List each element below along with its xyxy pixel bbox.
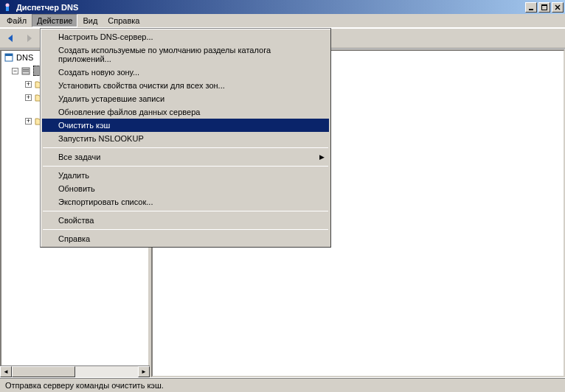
action-dropdown: Настроить DNS-сервер...Создать используе… [40, 28, 331, 248]
svg-rect-11 [23, 71, 29, 71]
menu-item-17[interactable]: Справка [42, 232, 329, 245]
status-text: Отправка серверу команды очистить кэш. [3, 381, 164, 390]
menubar: Файл Действие Вид Справка [0, 14, 565, 28]
menu-item-0[interactable]: Настроить DNS-сервер... [42, 30, 329, 43]
svg-rect-1 [6, 7, 9, 11]
close-button[interactable] [552, 2, 564, 13]
submenu-arrow-icon: ▶ [319, 153, 325, 161]
scroll-right-button[interactable]: ► [138, 366, 150, 377]
menu-item-label: Справка [58, 234, 90, 243]
back-button[interactable] [3, 30, 19, 46]
svg-rect-10 [23, 69, 29, 70]
menu-separator [43, 229, 328, 230]
maximize-button[interactable] [538, 2, 550, 13]
server-icon [20, 65, 32, 77]
statusbar: Отправка серверу команды очистить кэш. [0, 377, 565, 392]
titlebar: Диспетчер DNS [0, 0, 565, 14]
menu-separator [43, 147, 328, 148]
menu-item-7[interactable]: Запустить NSLOOKUP [42, 132, 329, 145]
window-title: Диспетчер DNS [16, 3, 524, 12]
scroll-track[interactable] [12, 366, 138, 377]
expander-plus-icon[interactable]: + [25, 94, 32, 101]
menu-item-9[interactable]: Все задачи▶ [42, 150, 329, 164]
svg-point-0 [6, 3, 10, 7]
app-icon [1, 1, 13, 13]
menu-item-13[interactable]: Экспортировать список... [42, 195, 329, 209]
menu-item-5[interactable]: Обновление файлов данных сервера [42, 105, 329, 119]
menu-view[interactable]: Вид [77, 14, 103, 27]
menu-item-12[interactable]: Обновить [42, 182, 329, 195]
menu-item-label: Удалить устаревшие записи [58, 94, 164, 103]
menu-item-label: Установить свойства очистки для всех зон… [58, 81, 225, 90]
svg-rect-8 [5, 54, 13, 56]
menu-item-label: Создать используемые по умолчанию раздел… [58, 46, 314, 63]
menu-item-label: Все задачи [58, 153, 100, 161]
minimize-button[interactable] [525, 2, 537, 13]
menu-separator [43, 211, 328, 211]
menu-action[interactable]: Действие [32, 14, 77, 27]
menu-item-4[interactable]: Удалить устаревшие записи [42, 92, 329, 105]
menu-item-1[interactable]: Создать используемые по умолчанию раздел… [42, 43, 329, 66]
menu-item-label: Удалить [58, 171, 89, 180]
menu-item-6[interactable]: Очистить кэш [42, 119, 329, 132]
forward-button [21, 30, 37, 46]
menu-help[interactable]: Справка [103, 14, 145, 27]
svg-rect-2 [529, 9, 533, 10]
menu-item-label: Свойства [58, 216, 94, 225]
expander-plus-icon[interactable]: + [25, 81, 32, 88]
expander-minus-icon[interactable]: − [12, 68, 18, 74]
menu-item-2[interactable]: Создать новую зону... [42, 66, 329, 79]
menu-item-11[interactable]: Удалить [42, 169, 329, 182]
scroll-left-button[interactable]: ◄ [0, 366, 12, 377]
menu-item-label: Создать новую зону... [58, 68, 139, 77]
menu-item-label: Экспортировать список... [58, 197, 153, 206]
menu-item-15[interactable]: Свойства [42, 214, 329, 227]
menu-file[interactable]: Файл [1, 14, 32, 27]
menu-item-label: Очистить кэш [58, 121, 110, 130]
window-buttons [524, 2, 564, 13]
scroll-thumb[interactable] [12, 366, 75, 377]
menu-item-3[interactable]: Установить свойства очистки для всех зон… [42, 79, 329, 92]
menu-item-label: Обновить [58, 184, 95, 193]
tree-root-label: DNS [16, 53, 33, 62]
menu-item-label: Обновление файлов данных сервера [58, 108, 200, 116]
svg-rect-4 [541, 4, 547, 6]
dns-root-icon [3, 52, 15, 63]
horizontal-scrollbar[interactable]: ◄ ► [0, 365, 150, 377]
menu-separator [43, 166, 328, 167]
menu-item-label: Запустить NSLOOKUP [58, 134, 144, 143]
menu-item-label: Настроить DNS-сервер... [58, 32, 153, 41]
expander-plus-icon[interactable]: + [25, 118, 32, 125]
